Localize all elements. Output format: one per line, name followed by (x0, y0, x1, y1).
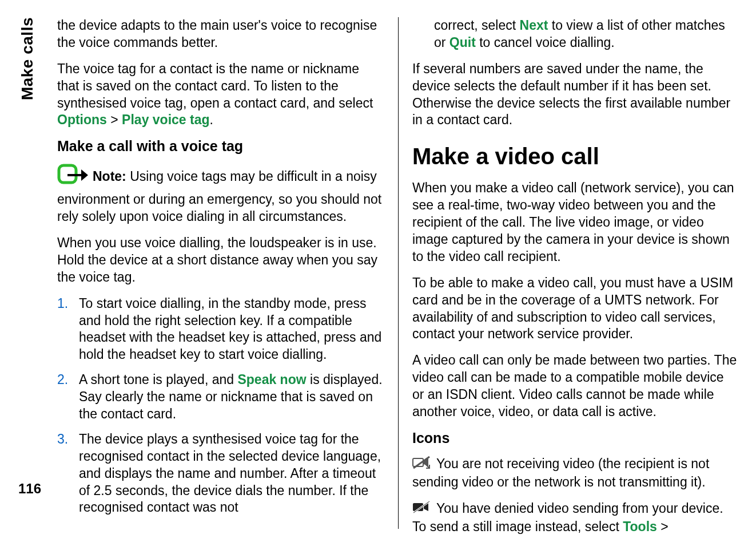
paragraph: When you use voice dialling, the loudspe… (57, 235, 384, 286)
subheading: Make a call with a voice tag (57, 138, 384, 155)
text: to cancel voice dialling. (476, 35, 615, 50)
section-heading: Make a video call (412, 144, 739, 169)
paragraph: If several numbers are saved under the n… (412, 61, 739, 129)
text: The voice tag for a contact is the name … (57, 61, 373, 110)
text: A short tone is played, and (79, 372, 237, 387)
text: You have denied video sending from your … (412, 501, 723, 534)
note-label: Note: (93, 169, 130, 184)
paragraph: the device adapts to the main user's voi… (57, 17, 384, 52)
note-icon (57, 164, 89, 191)
page-content: the device adapts to the main user's voi… (57, 17, 739, 529)
numbered-steps: To start voice dialling, in the standby … (57, 295, 384, 517)
step-item: To start voice dialling, in the standby … (57, 295, 384, 364)
ui-option-play-voice-tag: Play voice tag (122, 112, 209, 127)
text: > (657, 519, 669, 534)
right-column: correct, select Next to view a list of o… (398, 17, 739, 529)
sidebar-tab: Make calls (18, 17, 37, 100)
paragraph: When you make a video call (network serv… (412, 180, 739, 265)
icons-heading: Icons (412, 430, 739, 446)
icon-description: You are not receiving video (the recipie… (412, 456, 739, 491)
step-continuation: correct, select Next to view a list of o… (412, 17, 739, 52)
text: correct, select (434, 18, 520, 33)
paragraph: A video call can only be made between tw… (412, 352, 739, 421)
note-paragraph: Note: Using voice tags may be difficult … (57, 164, 384, 225)
ui-option-quit: Quit (449, 35, 476, 50)
page-number: 116 (18, 481, 41, 497)
text: You are not receiving video (the recipie… (412, 456, 709, 489)
paragraph: To be able to make a video call, you mus… (412, 275, 739, 343)
ui-option-options: Options (57, 112, 107, 127)
ui-option-next: Next (520, 18, 548, 33)
paragraph: The voice tag for a contact is the name … (57, 61, 384, 129)
step-item: The device plays a synthesised voice tag… (57, 431, 384, 516)
step-item: A short tone is played, and Speak now is… (57, 371, 384, 423)
no-receiving-video-icon (412, 456, 431, 474)
ui-option-tools: Tools (623, 519, 657, 534)
left-column: the device adapts to the main user's voi… (57, 17, 398, 529)
icon-description: You have denied video sending from your … (412, 500, 739, 536)
text: . (210, 112, 213, 127)
ui-prompt-speak-now: Speak now (237, 372, 306, 387)
denied-video-sending-icon (412, 500, 431, 519)
text: > (107, 112, 122, 127)
